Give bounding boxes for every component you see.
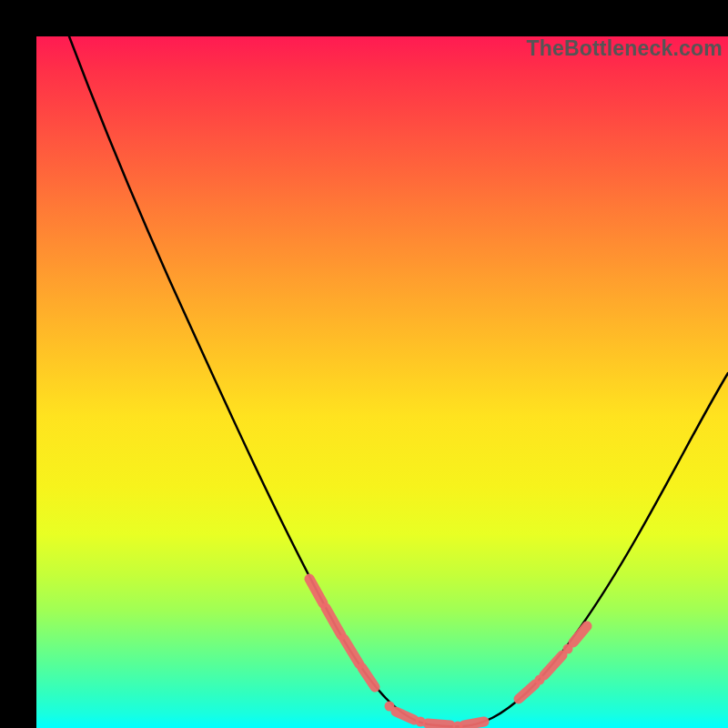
highlight-left-3 xyxy=(344,639,359,664)
chart-frame: TheBottleneck.com xyxy=(0,0,728,728)
highlight-left-4 xyxy=(362,668,375,687)
highlight-trough-1 xyxy=(396,712,414,720)
curve-left xyxy=(69,36,464,726)
highlight-right-1 xyxy=(519,684,535,699)
chart-svg xyxy=(36,36,728,728)
highlight-trough-2 xyxy=(428,723,450,725)
highlight-right-3 xyxy=(573,626,587,642)
chart-gradient-background: TheBottleneck.com xyxy=(36,36,728,728)
highlight-left-1 xyxy=(309,579,323,603)
curve-right xyxy=(464,373,728,726)
watermark-text: TheBottleneck.com xyxy=(526,36,723,61)
highlight-right-2 xyxy=(544,655,562,675)
highlight-trough-3 xyxy=(464,722,484,725)
highlight-left-2 xyxy=(326,608,341,635)
